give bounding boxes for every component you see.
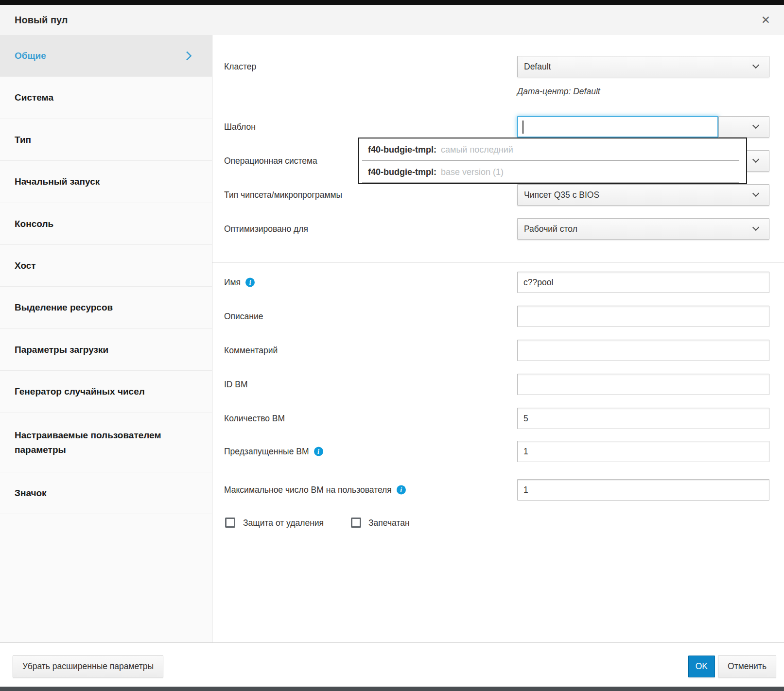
- dialog-header: Новый пул ✕: [0, 5, 784, 35]
- close-icon: ✕: [761, 14, 770, 26]
- sidebar-item-label: Генератор случайных чисел: [15, 384, 145, 398]
- toggle-advanced-button[interactable]: Убрать расширенные параметры: [13, 656, 163, 677]
- sidebar-item-label: Тип: [15, 133, 31, 147]
- window-bottom-border: [0, 687, 784, 691]
- delete-protection-label: Защита от удаления: [243, 518, 324, 528]
- chevron-down-icon: [752, 122, 759, 129]
- template-name: f40-budgie-tmpl:: [368, 145, 436, 155]
- chevron-down-icon: [752, 190, 759, 197]
- sidebar-item-label: Общие: [15, 49, 46, 63]
- template-suggestions-dropdown: f40-budgie-tmpl: самый последний f40-bud…: [358, 138, 747, 184]
- optimized-for-select[interactable]: Рабочий стол: [517, 218, 769, 240]
- footer-actions: OK Отменить: [688, 656, 776, 677]
- template-name: f40-budgie-tmpl:: [368, 167, 436, 177]
- name-label: Имя i: [224, 277, 255, 288]
- chevron-down-icon: [752, 224, 759, 231]
- sealed-checkbox[interactable]: [351, 518, 361, 528]
- chevron-down-icon: [752, 62, 759, 69]
- prestarted-vms-label: Предзапущенные ВМ i: [224, 447, 323, 457]
- sidebar-item-random-generator[interactable]: Генератор случайных чисел: [0, 371, 212, 413]
- text-cursor: [523, 121, 523, 134]
- info-icon: i: [314, 447, 323, 456]
- sidebar-item-label: Значок: [15, 486, 47, 500]
- template-dropdown-button[interactable]: [718, 116, 769, 138]
- sidebar-item-host[interactable]: Хост: [0, 245, 212, 287]
- comment-label: Комментарий: [224, 346, 278, 356]
- close-button[interactable]: ✕: [760, 14, 771, 27]
- sidebar-item-type[interactable]: Тип: [0, 119, 212, 161]
- sealed-label: Запечатан: [368, 518, 410, 528]
- sidebar-item-label: Система: [15, 90, 53, 104]
- description-label: Описание: [224, 311, 263, 322]
- sidebar-item-general[interactable]: Общие: [0, 35, 212, 77]
- optimized-for-select-value: Рабочий стол: [524, 224, 577, 234]
- optimized-for-label: Оптимизировано для: [224, 224, 308, 234]
- divider: [362, 182, 739, 183]
- sidebar-item-label: Начальный запуск: [15, 174, 100, 189]
- sidebar-item-label: Настраиваемые пользователем параметры: [15, 428, 192, 457]
- section-divider: [212, 262, 784, 263]
- os-label: Операционная система: [224, 156, 317, 166]
- vm-count-input[interactable]: [517, 408, 769, 429]
- sidebar-item-system[interactable]: Система: [0, 77, 212, 119]
- chevron-right-icon: [182, 51, 192, 61]
- new-pool-dialog: Новый пул ✕ Общие Система Тип Начальный …: [0, 0, 784, 691]
- prestarted-vms-input[interactable]: [517, 441, 769, 462]
- comment-input[interactable]: [517, 340, 769, 361]
- dialog-content: Кластер Default Дата-центр: Default Шабл…: [212, 35, 784, 642]
- cluster-label: Кластер: [224, 62, 256, 72]
- name-input[interactable]: [517, 272, 769, 293]
- sidebar-item-boot-options[interactable]: Параметры загрузки: [0, 329, 212, 371]
- sidebar-item-initial-run[interactable]: Начальный запуск: [0, 161, 212, 203]
- sidebar-item-custom-properties[interactable]: Настраиваемые пользователем параметры: [0, 413, 212, 472]
- template-combobox-input[interactable]: [517, 116, 718, 138]
- dialog-sidebar: Общие Система Тип Начальный запуск Консо…: [0, 35, 212, 642]
- sidebar-item-label: Консоль: [15, 217, 53, 231]
- sidebar-item-label: Параметры загрузки: [15, 343, 108, 357]
- chipset-label: Тип чипсета/микропрограммы: [224, 190, 342, 200]
- ok-button[interactable]: OK: [688, 656, 715, 677]
- template-version: самый последний: [441, 145, 513, 155]
- sidebar-item-label: Хост: [15, 259, 36, 273]
- sidebar-item-label: Выделение ресурсов: [15, 300, 113, 314]
- chipset-select[interactable]: Чипсет Q35 с BIOS: [517, 184, 769, 206]
- dialog-title: Новый пул: [15, 15, 68, 26]
- cancel-button[interactable]: Отменить: [718, 656, 776, 677]
- delete-protection-checkbox[interactable]: [225, 518, 235, 528]
- vm-id-label: ID ВМ: [224, 380, 248, 390]
- sidebar-item-console[interactable]: Консоль: [0, 203, 212, 245]
- template-version: base version (1): [441, 167, 504, 177]
- chevron-down-icon: [752, 156, 759, 163]
- sidebar-item-resource-allocation[interactable]: Выделение ресурсов: [0, 287, 212, 329]
- cluster-select-value: Default: [524, 62, 551, 72]
- max-vms-per-user-input[interactable]: [517, 479, 769, 501]
- template-label: Шаблон: [224, 122, 256, 132]
- info-icon: i: [245, 278, 255, 287]
- vm-id-input[interactable]: [517, 374, 769, 395]
- max-vms-per-user-label: Максимальное число ВМ на пользователя i: [224, 485, 406, 495]
- datacenter-note: Дата-центр: Default: [517, 86, 600, 97]
- sidebar-item-icon[interactable]: Значок: [0, 472, 212, 514]
- window-top-border: [0, 0, 784, 5]
- template-suggestion-item[interactable]: f40-budgie-tmpl: самый последний: [359, 138, 746, 161]
- cluster-select[interactable]: Default: [517, 56, 769, 77]
- template-suggestion-item[interactable]: f40-budgie-tmpl: base version (1): [359, 161, 746, 183]
- vm-count-label: Количество ВМ: [224, 414, 285, 424]
- dialog-footer: Убрать расширенные параметры OK Отменить: [0, 642, 784, 687]
- description-input[interactable]: [517, 306, 769, 327]
- info-icon: i: [397, 485, 406, 495]
- chipset-select-value: Чипсет Q35 с BIOS: [524, 190, 599, 200]
